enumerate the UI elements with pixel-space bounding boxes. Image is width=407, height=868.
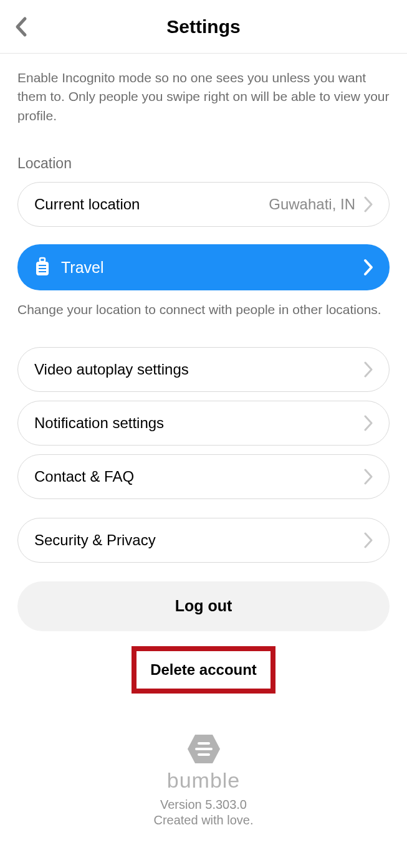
notification-settings-label: Notification settings: [34, 414, 364, 432]
bumble-logo-icon: [186, 733, 221, 765]
brand-name: bumble: [167, 768, 241, 793]
chevron-left-icon: [14, 16, 27, 37]
chevron-right-icon: [364, 532, 373, 548]
back-button[interactable]: [14, 16, 27, 37]
svg-rect-1: [40, 258, 45, 262]
created-text: Created with love.: [153, 813, 253, 827]
logout-label: Log out: [175, 597, 232, 615]
incognito-description: Enable Incognito mode so no one sees you…: [17, 69, 390, 125]
delete-account-highlight: Delete account: [17, 646, 390, 694]
header-bar: Settings: [0, 0, 407, 54]
security-privacy-label: Security & Privacy: [34, 532, 364, 549]
version-text: Version 5.303.0: [160, 798, 247, 812]
location-section-label: Location: [17, 155, 390, 172]
footer: bumble Version 5.303.0 Created with love…: [17, 733, 390, 827]
security-privacy-row[interactable]: Security & Privacy: [17, 518, 390, 563]
chevron-right-icon: [364, 415, 373, 431]
video-autoplay-row[interactable]: Video autoplay settings: [17, 347, 390, 392]
contact-faq-label: Contact & FAQ: [34, 468, 364, 485]
svg-rect-6: [198, 742, 210, 745]
luggage-icon: [34, 257, 51, 278]
chevron-right-icon: [364, 196, 373, 212]
page-title: Settings: [0, 16, 407, 37]
chevron-right-icon: [363, 259, 373, 276]
current-location-row[interactable]: Current location Guwahati, IN: [17, 182, 390, 227]
delete-account-button[interactable]: Delete account: [132, 646, 275, 694]
video-autoplay-label: Video autoplay settings: [34, 361, 364, 378]
current-location-label: Current location: [34, 196, 269, 213]
chevron-right-icon: [364, 469, 373, 485]
svg-rect-8: [198, 753, 210, 756]
contact-faq-row[interactable]: Contact & FAQ: [17, 454, 390, 499]
chevron-right-icon: [364, 361, 373, 378]
logout-button[interactable]: Log out: [17, 581, 390, 631]
notification-settings-row[interactable]: Notification settings: [17, 401, 390, 446]
delete-account-label: Delete account: [150, 661, 257, 678]
travel-label: Travel: [61, 259, 363, 277]
travel-row[interactable]: Travel: [17, 244, 390, 290]
current-location-value: Guwahati, IN: [269, 196, 355, 213]
svg-rect-7: [195, 748, 213, 750]
travel-description: Change your location to connect with peo…: [17, 300, 390, 319]
